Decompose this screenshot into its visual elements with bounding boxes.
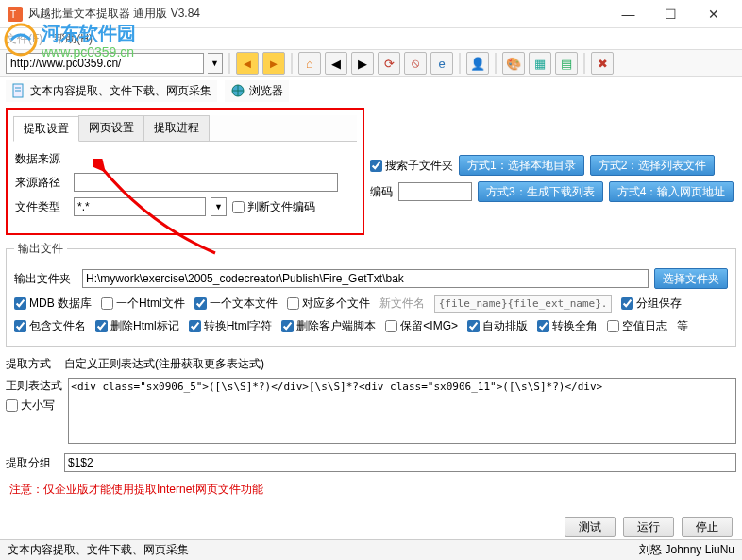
tab-web-settings[interactable]: 网页设置 bbox=[78, 115, 144, 141]
source-path-input[interactable] bbox=[74, 173, 338, 192]
app-icon: T bbox=[8, 7, 23, 22]
minimize-button[interactable]: — bbox=[607, 0, 649, 28]
tab-extract-settings[interactable]: 提取设置 bbox=[13, 116, 79, 142]
chk-incname[interactable]: 包含文件名 bbox=[14, 318, 86, 334]
go-fwd-icon[interactable]: ► bbox=[262, 52, 285, 75]
output-folder-label: 输出文件夹 bbox=[14, 271, 76, 287]
stop-icon[interactable]: ⦸ bbox=[404, 52, 427, 75]
tool2-icon[interactable]: ▤ bbox=[555, 52, 578, 75]
chk-group[interactable]: 分组保存 bbox=[621, 296, 682, 312]
subtab-browser[interactable]: 浏览器 bbox=[225, 80, 289, 102]
chk-multi[interactable]: 对应多个文件 bbox=[287, 296, 370, 312]
mode2-button[interactable]: 方式2：选择列表文件 bbox=[590, 155, 716, 176]
output-legend: 输出文件 bbox=[14, 241, 67, 257]
window-title: 风越批量文本提取器 通用版 V3.84 bbox=[28, 6, 607, 22]
menu-file[interactable]: 文件(F) bbox=[6, 31, 42, 47]
toolbar: ▼ ◄ ► ⌂ ◀ ▶ ⟳ ⦸ e 👤 🎨 ▦ ▤ ✖ bbox=[0, 49, 742, 77]
output-fieldset: 输出文件 输出文件夹 选择文件夹 MDB 数据库 一个Html文件 一个文本文件… bbox=[6, 241, 736, 347]
chk-onetxt[interactable]: 一个文本文件 bbox=[194, 296, 278, 312]
tool1-icon[interactable]: ▦ bbox=[529, 52, 551, 75]
chk-mdb[interactable]: MDB 数据库 bbox=[14, 296, 92, 312]
refresh-icon[interactable]: ⟳ bbox=[378, 52, 400, 75]
stop-button[interactable]: 停止 bbox=[682, 517, 733, 537]
chk-blankdate[interactable]: 空值日志 bbox=[607, 318, 667, 334]
highlight-box: 提取设置 网页设置 提取进程 数据来源 来源路径 文件类型 ▼ 判断文件编码 bbox=[6, 108, 364, 235]
menubar: 文件(F) 帮助(H) bbox=[0, 28, 742, 49]
home-icon[interactable]: ⌂ bbox=[298, 52, 321, 75]
subtab-browser-label: 浏览器 bbox=[249, 83, 283, 99]
file-type-label: 文件类型 bbox=[15, 199, 68, 215]
chk-deltag[interactable]: 删除Html标记 bbox=[95, 318, 179, 334]
encoding-label: 编码 bbox=[370, 184, 393, 200]
subtab-main-label: 文本内容提取、文件下载、网页采集 bbox=[30, 83, 211, 99]
chk-autolayout[interactable]: 自动排版 bbox=[467, 318, 528, 334]
action-bar: 测试 运行 停止 bbox=[565, 517, 733, 537]
choose-folder-button[interactable]: 选择文件夹 bbox=[654, 268, 728, 289]
tab-progress[interactable]: 提取进程 bbox=[143, 115, 210, 141]
test-button[interactable]: 测试 bbox=[565, 517, 616, 537]
encoding-input[interactable] bbox=[398, 182, 472, 201]
delete-icon[interactable]: ✖ bbox=[591, 52, 614, 75]
main-area: 提取设置 网页设置 提取进程 数据来源 来源路径 文件类型 ▼ 判断文件编码 bbox=[0, 104, 742, 501]
regex-label: 正则表达式 bbox=[6, 378, 62, 394]
close-button[interactable]: ✕ bbox=[692, 0, 734, 28]
regex-input[interactable] bbox=[68, 378, 736, 444]
status-right: 刘怒 Johnny LiuNu bbox=[639, 542, 734, 558]
output-folder-input[interactable] bbox=[82, 269, 649, 288]
group-label: 提取分组 bbox=[6, 455, 59, 471]
doc-icon bbox=[11, 83, 26, 98]
admin-icon[interactable]: 👤 bbox=[466, 52, 489, 75]
status-left: 文本内容提取、文件下载、网页采集 bbox=[8, 542, 639, 558]
url-dropdown[interactable]: ▼ bbox=[208, 53, 223, 74]
chk-keepimg[interactable]: 保留<IMG> bbox=[385, 318, 458, 334]
go-back-icon[interactable]: ◄ bbox=[236, 52, 259, 75]
globe-icon bbox=[230, 83, 245, 98]
chk-case[interactable]: 大小写 bbox=[6, 398, 62, 414]
file-type-select[interactable] bbox=[74, 197, 206, 216]
search-subfolder[interactable]: 搜索子文件夹 bbox=[370, 158, 453, 174]
enterprise-note: 注意：仅企业版才能使用提取Internet网页文件功能 bbox=[6, 482, 736, 498]
maximize-button[interactable]: ☐ bbox=[649, 0, 692, 28]
menu-help[interactable]: 帮助(H) bbox=[54, 31, 93, 47]
mode3-button[interactable]: 方式3：生成下载列表 bbox=[478, 181, 603, 202]
extract-method-label: 提取方式 bbox=[6, 356, 59, 372]
source-legend: 数据来源 bbox=[15, 151, 355, 167]
chk-more: 等 bbox=[677, 318, 688, 334]
inner-tabs: 提取设置 网页设置 提取进程 bbox=[13, 115, 357, 142]
chk-conv[interactable]: 转换Html字符 bbox=[189, 318, 273, 334]
extract-method-value: 自定义正则表达式(注册获取更多表达式) bbox=[64, 356, 264, 372]
chk-convfull[interactable]: 转换全角 bbox=[537, 318, 598, 334]
mode1-button[interactable]: 方式1：选择本地目录 bbox=[459, 155, 584, 176]
group-input[interactable] bbox=[64, 453, 736, 472]
ie-icon[interactable]: e bbox=[430, 52, 453, 75]
file-type-dropdown[interactable]: ▼ bbox=[211, 197, 227, 216]
run-button[interactable]: 运行 bbox=[623, 517, 674, 537]
subtab-main[interactable]: 文本内容提取、文件下载、网页采集 bbox=[6, 80, 217, 102]
svg-text:T: T bbox=[10, 9, 16, 20]
check-encoding[interactable]: 判断文件编码 bbox=[232, 199, 315, 215]
chk-delscript[interactable]: 删除客户端脚本 bbox=[281, 318, 376, 334]
url-input[interactable] bbox=[6, 53, 204, 74]
newfile-label: 新文件名 bbox=[379, 296, 425, 312]
next-icon[interactable]: ▶ bbox=[351, 52, 374, 75]
source-path-label: 来源路径 bbox=[15, 175, 68, 191]
mode4-button[interactable]: 方式4：输入网页地址 bbox=[609, 181, 734, 202]
prev-icon[interactable]: ◀ bbox=[325, 52, 347, 75]
chk-onehtml[interactable]: 一个Html文件 bbox=[101, 296, 185, 312]
palette-icon[interactable]: 🎨 bbox=[502, 52, 525, 75]
newfile-pattern: {file_name}{file_ext_name}. bbox=[434, 295, 613, 313]
sub-tabbar: 文本内容提取、文件下载、网页采集 浏览器 bbox=[0, 77, 742, 104]
titlebar: T 风越批量文本提取器 通用版 V3.84 — ☐ ✕ bbox=[0, 0, 742, 28]
statusbar: 文本内容提取、文件下载、网页采集 刘怒 Johnny LiuNu bbox=[0, 539, 742, 560]
